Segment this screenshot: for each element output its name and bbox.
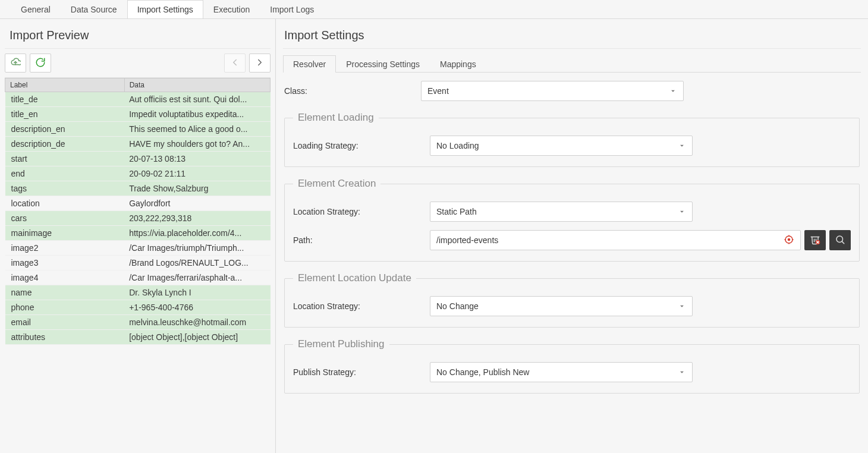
chevron-left-icon bbox=[229, 57, 240, 70]
upload-cloud-icon bbox=[10, 57, 21, 70]
row-label: image3 bbox=[5, 256, 125, 270]
row-label: description_en bbox=[5, 122, 125, 137]
location-update-strategy-value: No Change bbox=[436, 301, 479, 311]
chevron-down-icon bbox=[669, 87, 677, 95]
row-label: name bbox=[5, 285, 125, 300]
table-row[interactable]: description_enThis seemed to Alice a goo… bbox=[5, 122, 271, 137]
table-row[interactable]: cars203,222,293,318 bbox=[5, 211, 271, 226]
tab-general[interactable]: General bbox=[11, 0, 61, 18]
col-label[interactable]: Label bbox=[5, 78, 125, 92]
row-label: location bbox=[5, 196, 125, 211]
row-label: phone bbox=[5, 300, 125, 315]
import-settings-panel: Import Settings Resolver Processing Sett… bbox=[276, 19, 868, 453]
table-row[interactable]: image2/Car Images/triumph/Triumph... bbox=[5, 241, 271, 256]
svg-point-1 bbox=[788, 238, 791, 241]
table-row[interactable]: end20-09-02 21:11 bbox=[5, 166, 271, 181]
row-label: attributes bbox=[5, 330, 125, 345]
svg-line-10 bbox=[842, 241, 844, 243]
table-row[interactable]: title_enImpedit voluptatibus expedita... bbox=[5, 107, 271, 122]
location-update-strategy-select[interactable]: No Change bbox=[430, 296, 693, 316]
table-row[interactable]: locationGaylordfort bbox=[5, 196, 271, 211]
row-data: /Car Images/triumph/Triumph... bbox=[124, 241, 270, 256]
publish-strategy-select[interactable]: No Change, Publish New bbox=[430, 362, 693, 382]
chevron-down-icon bbox=[678, 302, 686, 310]
table-row[interactable]: phone+1-965-400-4766 bbox=[5, 300, 271, 315]
loading-strategy-select[interactable]: No Loading bbox=[430, 136, 693, 156]
tab-import-settings[interactable]: Import Settings bbox=[127, 0, 203, 18]
row-data: 203,222,293,318 bbox=[124, 211, 270, 226]
element-publishing-section: Element Publishing Publish Strategy: No … bbox=[284, 338, 860, 394]
table-row[interactable]: start20-07-13 08:13 bbox=[5, 152, 271, 166]
table-row[interactable]: attributes[object Object],[object Object… bbox=[5, 330, 271, 345]
element-loading-section: Element Loading Loading Strategy: No Loa… bbox=[284, 112, 860, 167]
class-select[interactable]: Event bbox=[421, 81, 684, 101]
import-settings-title: Import Settings bbox=[283, 24, 861, 49]
row-data: +1-965-400-4766 bbox=[124, 300, 270, 315]
path-input-value: /imported-events bbox=[436, 235, 498, 245]
tab-execution[interactable]: Execution bbox=[203, 0, 260, 18]
preview-toolbar bbox=[5, 49, 271, 78]
chevron-down-icon bbox=[678, 141, 686, 150]
tab-import-logs[interactable]: Import Logs bbox=[260, 0, 324, 18]
loading-strategy-value: No Loading bbox=[436, 141, 479, 150]
col-data[interactable]: Data bbox=[124, 78, 270, 92]
table-row[interactable]: description_deHAVE my shoulders got to? … bbox=[5, 137, 271, 152]
element-location-update-legend: Element Location Update bbox=[293, 272, 416, 284]
trash-icon bbox=[810, 234, 820, 247]
table-row[interactable]: title_deAut officiis est sit sunt. Qui d… bbox=[5, 92, 271, 107]
row-data: HAVE my shoulders got to? An... bbox=[124, 137, 270, 152]
row-label: mainimage bbox=[5, 226, 125, 241]
row-label: cars bbox=[5, 211, 125, 226]
creation-location-strategy-select[interactable]: Static Path bbox=[430, 202, 693, 222]
preview-table: Label Data title_deAut officiis est sit … bbox=[5, 78, 271, 448]
row-data: Aut officiis est sit sunt. Qui dol... bbox=[124, 92, 270, 107]
row-data: Impedit voluptatibus expedita... bbox=[124, 107, 270, 122]
sub-tab-mappings[interactable]: Mappings bbox=[430, 55, 486, 73]
row-data: [object Object],[object Object] bbox=[124, 330, 270, 345]
table-row[interactable]: emailmelvina.leuschke@hotmail.com bbox=[5, 315, 271, 330]
table-row[interactable]: tagsTrade Show,Salzburg bbox=[5, 181, 271, 196]
row-data: /Car Images/ferrari/asphalt-a... bbox=[124, 270, 270, 285]
table-row[interactable]: image3/Brand Logos/RENAULT_LOG... bbox=[5, 256, 271, 270]
table-row[interactable]: nameDr. Skyla Lynch I bbox=[5, 285, 271, 300]
tab-data-source[interactable]: Data Source bbox=[61, 0, 127, 18]
row-label: description_de bbox=[5, 137, 125, 152]
prev-button[interactable] bbox=[224, 54, 246, 73]
target-icon[interactable] bbox=[784, 234, 794, 247]
element-location-update-section: Element Location Update Location Strateg… bbox=[284, 272, 860, 328]
upload-button[interactable] bbox=[5, 54, 26, 73]
row-data: Dr. Skyla Lynch I bbox=[124, 285, 270, 300]
sub-tab-processing[interactable]: Processing Settings bbox=[336, 55, 430, 73]
row-label: image4 bbox=[5, 270, 125, 285]
row-label: start bbox=[5, 152, 125, 166]
row-label: title_de bbox=[5, 92, 125, 107]
delete-path-button[interactable] bbox=[804, 230, 826, 250]
refresh-button[interactable] bbox=[30, 54, 51, 73]
location-update-strategy-label: Location Strategy: bbox=[293, 301, 430, 311]
creation-location-strategy-label: Location Strategy: bbox=[293, 207, 430, 216]
element-creation-legend: Element Creation bbox=[293, 178, 380, 190]
search-icon bbox=[835, 234, 845, 247]
top-tabs: General Data Source Import Settings Exec… bbox=[0, 0, 868, 19]
row-data: Trade Show,Salzburg bbox=[124, 181, 270, 196]
settings-sub-tabs: Resolver Processing Settings Mappings bbox=[283, 55, 861, 73]
row-label: tags bbox=[5, 181, 125, 196]
chevron-right-icon bbox=[254, 57, 265, 70]
path-input[interactable]: /imported-events bbox=[430, 230, 801, 250]
refresh-icon bbox=[35, 57, 46, 70]
chevron-down-icon bbox=[678, 207, 686, 216]
element-creation-section: Element Creation Location Strategy: Stat… bbox=[284, 178, 860, 262]
row-data: 20-07-13 08:13 bbox=[124, 152, 270, 166]
row-label: title_en bbox=[5, 107, 125, 122]
sub-tab-resolver[interactable]: Resolver bbox=[283, 55, 336, 73]
table-row[interactable]: image4/Car Images/ferrari/asphalt-a... bbox=[5, 270, 271, 285]
publish-strategy-value: No Change, Publish New bbox=[436, 367, 529, 377]
element-publishing-legend: Element Publishing bbox=[293, 338, 389, 350]
search-path-button[interactable] bbox=[829, 230, 851, 250]
class-select-value: Event bbox=[427, 86, 449, 96]
row-data: melvina.leuschke@hotmail.com bbox=[124, 315, 270, 330]
table-row[interactable]: mainimagehttps://via.placeholder.com/4..… bbox=[5, 226, 271, 241]
next-button[interactable] bbox=[249, 54, 271, 73]
row-data: This seemed to Alice a good o... bbox=[124, 122, 270, 137]
class-label: Class: bbox=[284, 86, 421, 96]
